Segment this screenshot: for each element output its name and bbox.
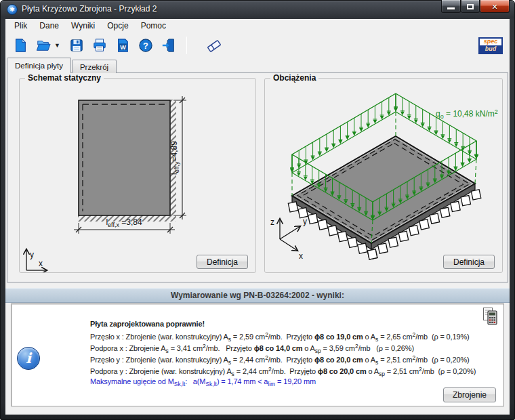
tab-definicja-plyty[interactable]: Definicja płyty [7,58,71,73]
result-line: Płyta zaprojektowana poprawnie! [90,320,476,331]
toolbar: ▼ [5,33,510,58]
menu-item-wyniki[interactable]: Wyniki [65,19,101,32]
results-panel: i Płyta zaprojektowana poprawnie!Przęsło… [11,303,504,406]
titlebar[interactable]: ✱ Płyta Krzyżowo Zbrojona - Przykład 2 ✕ [0,0,515,19]
close-button[interactable]: ✕ [480,0,510,13]
logo-top-text: spec [480,39,501,45]
export-word-button[interactable]: W [113,36,132,55]
dimension-x-label: leff,x =3,84 [106,217,142,228]
group-obciazenia: Obciążenia [264,78,503,273]
open-file-icon [36,38,51,53]
tab-page: Schemat statyczny [7,72,508,282]
result-line: Podpora y : Zbrojenie (war. konstrukcyjn… [90,366,476,377]
open-button[interactable] [34,36,53,55]
result-lines: Płyta zaprojektowana poprawnie!Przęsło x… [90,320,476,389]
maximize-button[interactable] [461,0,480,13]
print-button[interactable] [90,36,109,55]
definicja-obciazenia-button[interactable]: Definicja [443,255,495,269]
window-content: PlikDaneWynikiOpcjePomoc ▼ [5,19,510,415]
help-button[interactable]: ? [136,36,155,55]
axis-y-label: y [303,217,307,226]
clear-button[interactable] [205,36,224,55]
axis-x-arrow [280,239,297,251]
group-schemat-statyczny: Schemat statyczny [19,78,256,273]
load-value-label: qo = 10,48 kN/m2 [436,108,498,120]
menu-item-opcje[interactable]: Opcje [101,19,134,32]
result-line: Maksymalne ugięcie od MSk,lt: a(MSk,lt) … [90,377,476,389]
tabstrip: Definicja płyty Przekrój [7,58,117,73]
eraser-icon [206,37,222,54]
tab-przekroj[interactable]: Przekrój [72,60,117,73]
specbud-logo: spec bud [478,37,503,54]
minimize-icon [447,7,455,9]
zbrojenie-button[interactable]: Zbrojenie [443,387,496,402]
definicja-schemat-button[interactable]: Definicja [197,255,248,269]
svg-text:W: W [120,44,126,51]
app-icon: ✱ [7,4,18,15]
dimension-y-label: leff,y=4,89 [169,141,180,175]
save-button[interactable] [67,36,86,55]
info-icon: i [17,347,40,370]
new-button[interactable] [11,36,30,55]
axis-y-label: y [30,250,34,259]
help-icon: ? [138,38,153,53]
result-line: Podpora x : Zbrojenie As = 3,41 cm2/mb. … [90,343,476,354]
results-header: Wymiarowanie wg PN-B-03264:2002 - wyniki… [5,288,510,303]
axis-x-label: x [299,251,303,261]
axis-x-label: x [39,259,43,268]
word-document-icon: W [115,38,130,53]
result-line: Przęsło x : Zbrojenie (war. konstrukcyjn… [90,331,476,343]
menu-item-plik[interactable]: Plik [8,19,33,32]
save-icon [69,38,84,53]
axis-z-label: z [270,217,274,227]
print-icon [92,38,107,53]
toolbar-separator [186,37,187,54]
logo-bottom-text: bud [480,45,501,53]
new-document-icon [13,38,28,53]
menubar: PlikDaneWynikiOpcjePomoc [5,19,510,33]
close-icon: ✕ [491,3,497,11]
exit-icon [161,38,176,53]
static-scheme-drawing: y x [20,79,255,272]
minimize-button[interactable] [441,0,461,13]
plate [79,100,170,215]
window-title: Płyta Krzyżowo Zbrojona - Przykład 2 [22,0,157,18]
open-dropdown-caret[interactable]: ▼ [54,42,60,49]
maximize-icon [467,4,474,9]
menu-item-dane[interactable]: Dane [33,19,65,32]
svg-text:?: ? [143,41,148,51]
axis-y-arrow [280,226,300,239]
report-calculator-icon[interactable] [482,307,499,326]
result-line: Przęsło y : Zbrojenie (war. konstrukcyjn… [90,354,476,366]
app-window: ✱ Płyta Krzyżowo Zbrojona - Przykład 2 ✕… [0,0,515,420]
load-3d-drawing: z y x [265,79,502,272]
menu-item-pomoc[interactable]: Pomoc [135,19,172,32]
exit-button[interactable] [159,36,178,55]
